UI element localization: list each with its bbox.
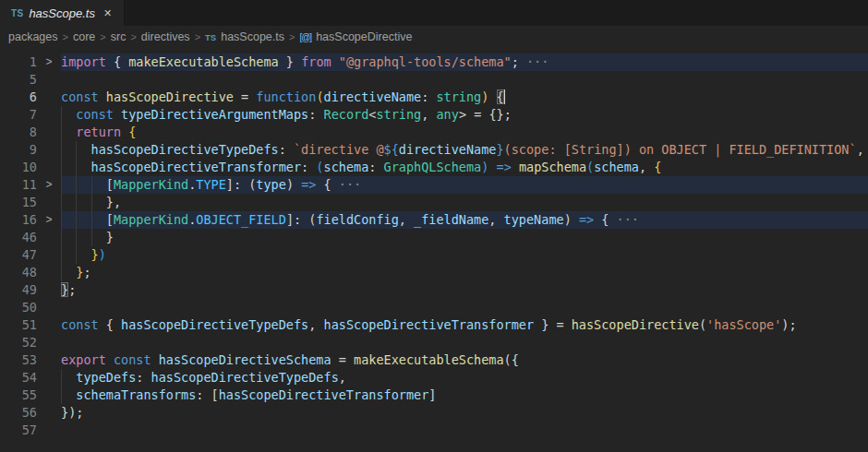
fold-chevron-icon[interactable]: > [37,54,61,71]
line-number: 9 [0,141,37,159]
fold-gutter [37,106,61,124]
indent-guide [76,159,77,176]
breadcrumb-label: hasScope.ts [221,30,284,43]
code-text: const hasScopeDirective = function(direc… [61,89,868,106]
code-line[interactable]: 56}); [0,404,868,422]
code-text: [MapperKind.OBJECT_FIELD]: (fieldConfig,… [61,211,868,229]
line-number: 11 [0,176,37,194]
line-number: 53 [0,351,37,369]
breadcrumb-label: directives [141,30,190,43]
chevron-right-icon: > [195,31,200,42]
code-line[interactable]: 1>import { makeExecutableSchema } from "… [0,54,868,71]
breadcrumb-item-packages[interactable]: packages [8,30,58,43]
fold-gutter [37,316,61,334]
line-number: 48 [0,264,37,281]
chevron-right-icon: > [130,31,136,42]
fold-chevron-icon[interactable]: > [37,211,61,229]
chevron-right-icon: > [100,31,105,42]
indent-guide [91,229,92,246]
code-line[interactable]: 16> [MapperKind.OBJECT_FIELD]: (fieldCon… [0,211,868,229]
line-number: 51 [0,316,37,334]
code-line[interactable]: 8 return { [0,124,868,141]
code-area[interactable]: 1>import { makeExecutableSchema } from "… [0,48,868,439]
code-line[interactable]: 54 typeDefs: hasScopeDirectiveTypeDefs, [0,369,868,387]
line-number: 49 [0,281,37,299]
code-text: export const hasScopeDirectiveSchema = m… [61,351,868,369]
typescript-file-icon: TS [11,8,23,18]
line-number: 7 [0,106,37,124]
fold-gutter [37,404,61,422]
code-line[interactable]: 49}; [0,281,868,299]
code-text [61,334,868,351]
line-number: 46 [0,229,37,246]
breadcrumb-label: src [111,30,127,43]
code-text: schemaTransforms: [hasScopeDirectiveTran… [61,387,868,404]
line-number: 47 [0,246,37,264]
code-text: const { hasScopeDirectiveTypeDefs, hasSc… [61,316,868,334]
code-text: typeDefs: hasScopeDirectiveTypeDefs, [61,369,868,387]
breadcrumb-item-directives[interactable]: directives [141,30,190,43]
code-line[interactable]: 11> [MapperKind.TYPE]: (type) => { ··· [0,176,868,194]
ts-badge-icon: TS [205,32,216,42]
indent-guide [61,106,62,124]
line-number: 55 [0,387,37,404]
fold-chevron-icon[interactable]: > [37,176,61,194]
fold-gutter [37,351,61,369]
code-line[interactable]: 15 }, [0,194,868,211]
code-text: hasScopeDirectiveTypeDefs: `directive @$… [61,141,868,159]
fold-gutter [37,159,61,176]
breadcrumb-label: core [73,30,95,43]
indent-guide [61,369,62,387]
indent-guide [76,211,77,229]
code-line[interactable]: 55 schemaTransforms: [hasScopeDirectiveT… [0,387,868,404]
code-text: }; [61,264,868,281]
fold-gutter [37,229,61,246]
line-number: 15 [0,194,37,211]
indent-guide [61,264,62,281]
tab-hasscope[interactable]: TS hasScope.ts ✕ [0,0,125,26]
tab-bar: TS hasScope.ts ✕ [0,0,868,26]
indent-guide [61,387,62,404]
code-text: const typeDirectiveArgumentMaps: Record<… [61,106,868,124]
fold-gutter [37,246,61,264]
line-number: 54 [0,369,37,387]
indent-guide [61,176,62,194]
line-number: 8 [0,124,37,141]
code-line[interactable]: 47 }) [0,246,868,264]
line-number: 5 [0,71,37,89]
code-line[interactable]: 5 [0,71,868,89]
fold-gutter [37,387,61,404]
code-line[interactable]: 7 const typeDirectiveArgumentMaps: Recor… [0,106,868,124]
code-line[interactable]: 46 } [0,229,868,246]
indent-guide [61,211,62,229]
code-line[interactable]: 52 [0,334,868,351]
fold-gutter [37,89,61,106]
code-line[interactable]: 51const { hasScopeDirectiveTypeDefs, has… [0,316,868,334]
code-line[interactable]: 48 }; [0,264,868,281]
indent-guide [61,194,62,211]
code-line[interactable]: 53export const hasScopeDirectiveSchema =… [0,351,868,369]
fold-gutter [37,124,61,141]
symbol-variable-icon: [@] [299,32,311,42]
breadcrumb-item-core[interactable]: core [73,30,95,43]
close-icon[interactable]: ✕ [101,6,115,21]
fold-gutter [37,422,61,439]
line-number: 56 [0,404,37,422]
fold-gutter [37,194,61,211]
code-text [61,299,868,316]
code-line[interactable]: 9 hasScopeDirectiveTypeDefs: `directive … [0,141,868,159]
fold-gutter [37,264,61,281]
code-line[interactable]: 10 hasScopeDirectiveTransformer: (schema… [0,159,868,176]
breadcrumb-item-hasscope-ts[interactable]: TShasScope.ts [205,30,284,43]
fold-gutter [37,281,61,299]
chevron-right-icon: > [63,31,68,42]
code-text: [MapperKind.TYPE]: (type) => { ··· [61,176,868,194]
text-cursor [504,89,506,104]
code-text: import { makeExecutableSchema } from "@g… [61,54,868,71]
breadcrumb-item-hasscopedirective[interactable]: [@]hasScopeDirective [299,30,412,43]
code-line[interactable]: 57 [0,422,868,439]
code-line[interactable]: 6const hasScopeDirective = function(dire… [0,89,868,106]
breadcrumb-item-src[interactable]: src [111,30,127,43]
line-number: 16 [0,211,37,229]
code-line[interactable]: 50 [0,299,868,316]
